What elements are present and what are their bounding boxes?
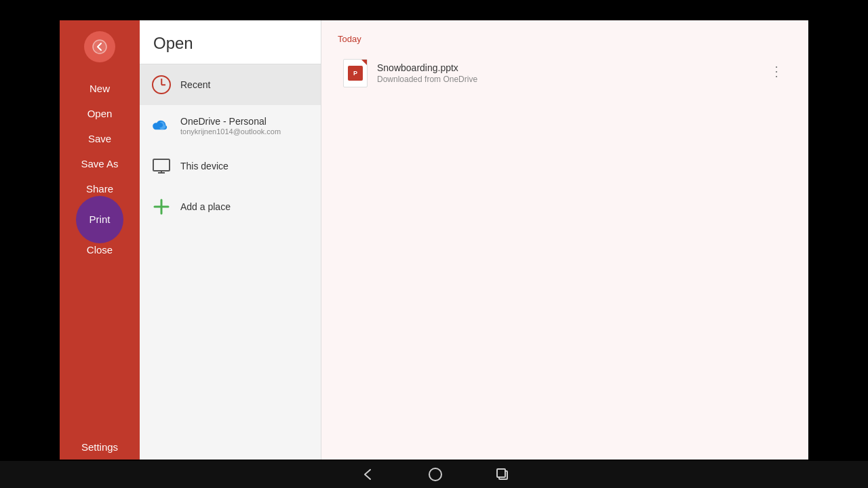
android-nav-bar (0, 461, 868, 488)
file-source: Downloaded from OneDrive (377, 75, 757, 84)
svg-rect-1 (153, 159, 170, 171)
location-recent[interactable]: Recent (140, 64, 321, 105)
locations-panel: Open Recent OneDrive - Personal tonykrij… (140, 20, 321, 460)
onedrive-label: OneDrive - Personal (180, 116, 281, 127)
location-onedrive[interactable]: OneDrive - Personal tonykrijnen1014@outl… (140, 105, 321, 146)
location-add-place[interactable]: Add a place (140, 186, 321, 227)
device-icon (151, 155, 172, 177)
location-recent-label: Recent (180, 79, 210, 90)
svg-point-0 (93, 40, 106, 54)
back-button[interactable] (84, 31, 115, 62)
more-options-button[interactable]: ⋮ (766, 63, 787, 83)
page-title: Open (140, 20, 321, 64)
add-place-icon (151, 196, 172, 218)
pptx-icon: P (343, 59, 368, 87)
onedrive-email: tonykrijnen1014@outlook.com (180, 127, 281, 136)
file-name: Snowboarding.pptx (377, 62, 757, 73)
sidebar: New Open Save Save As Share Print Close … (60, 20, 140, 460)
sidebar-item-save-as[interactable]: Save As (60, 151, 140, 176)
add-place-label: Add a place (180, 201, 231, 212)
app-container: New Open Save Save As Share Print Close … (60, 20, 808, 460)
clock-icon (151, 74, 172, 96)
section-today: Today (338, 34, 792, 44)
file-item[interactable]: P Snowboarding.pptx Downloaded from OneD… (338, 52, 792, 94)
nav-back-button[interactable] (359, 467, 374, 482)
sidebar-item-close[interactable]: Close (60, 237, 140, 262)
nav-home-button[interactable] (429, 468, 442, 481)
sidebar-item-print[interactable]: Print (60, 201, 140, 237)
main-panel: Today P Snowboarding.pptx Downloaded fro… (321, 20, 808, 460)
sidebar-item-settings[interactable]: Settings (60, 434, 140, 460)
location-device[interactable]: This device (140, 146, 321, 186)
device-label: This device (180, 161, 229, 171)
sidebar-item-open[interactable]: Open (60, 101, 140, 126)
sidebar-item-save[interactable]: Save (60, 126, 140, 151)
nav-recents-button[interactable] (496, 468, 509, 481)
onedrive-icon (151, 115, 172, 136)
sidebar-item-new[interactable]: New (60, 76, 140, 101)
